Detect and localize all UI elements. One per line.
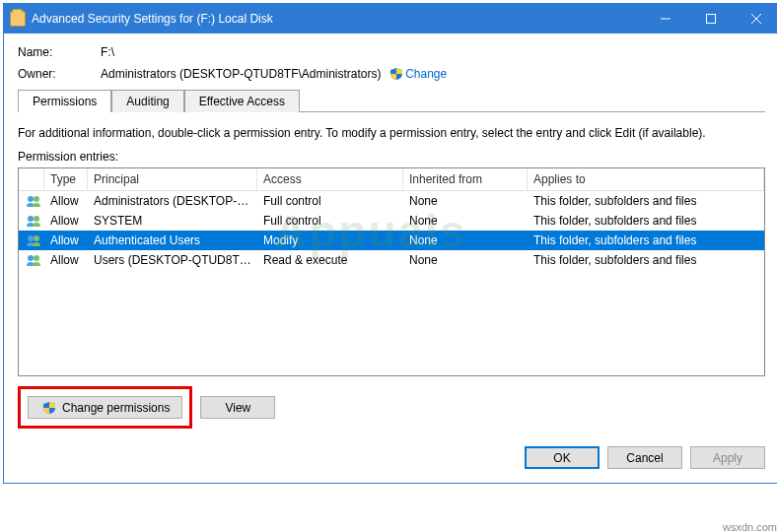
apply-button[interactable]: Apply xyxy=(690,446,765,469)
cell-type: Allow xyxy=(44,253,88,267)
change-permissions-highlight: Change permissions xyxy=(18,386,192,429)
tab-permissions[interactable]: Permissions xyxy=(18,90,111,112)
name-value: F:\ xyxy=(101,45,114,59)
cell-applies: This folder, subfolders and files xyxy=(528,214,764,228)
folder-icon xyxy=(10,11,26,27)
entries-label: Permission entries: xyxy=(18,150,765,164)
ok-label: OK xyxy=(553,451,570,465)
svg-point-7 xyxy=(34,216,39,222)
cell-applies: This folder, subfolders and files xyxy=(528,194,764,208)
tab-auditing[interactable]: Auditing xyxy=(111,90,183,112)
cell-inherited: None xyxy=(403,194,528,208)
cell-access: Modify xyxy=(257,233,403,247)
cancel-button[interactable]: Cancel xyxy=(607,446,682,469)
security-settings-window: Advanced Security Settings for (F:) Loca… xyxy=(3,3,777,484)
svg-point-5 xyxy=(34,196,39,202)
svg-point-10 xyxy=(28,255,34,261)
cell-applies: This folder, subfolders and files xyxy=(528,253,764,267)
table-row[interactable]: AllowAdministrators (DESKTOP-QT...Full c… xyxy=(19,191,764,211)
name-label: Name: xyxy=(18,45,101,59)
col-principal[interactable]: Principal xyxy=(88,168,257,190)
titlebar: Advanced Security Settings for (F:) Loca… xyxy=(4,4,777,33)
cell-principal: SYSTEM xyxy=(88,214,257,228)
cell-access: Full control xyxy=(257,194,403,208)
maximize-button[interactable] xyxy=(688,4,734,33)
cell-type: Allow xyxy=(44,194,88,208)
footer-url: wsxdn.com xyxy=(723,521,777,532)
cell-principal: Authenticated Users xyxy=(88,233,257,247)
shield-icon xyxy=(389,67,403,81)
cell-access: Full control xyxy=(257,214,403,228)
group-icon xyxy=(25,233,44,247)
group-icon xyxy=(25,194,44,208)
apply-label: Apply xyxy=(713,451,742,465)
tabs: Permissions Auditing Effective Access xyxy=(18,89,765,112)
group-icon xyxy=(25,253,44,267)
cell-principal: Users (DESKTOP-QTUD8TF\Us... xyxy=(88,253,257,267)
group-icon xyxy=(25,214,44,228)
svg-point-11 xyxy=(34,255,39,261)
cell-inherited: None xyxy=(403,253,528,267)
shield-icon xyxy=(42,401,56,415)
close-button[interactable] xyxy=(734,4,777,33)
view-label: View xyxy=(225,401,250,415)
table-row[interactable]: AllowAuthenticated UsersModifyNoneThis f… xyxy=(19,231,764,250)
svg-point-6 xyxy=(28,216,34,222)
svg-point-9 xyxy=(34,235,39,241)
cell-principal: Administrators (DESKTOP-QT... xyxy=(88,194,257,208)
change-permissions-button[interactable]: Change permissions xyxy=(28,396,182,419)
owner-label: Owner: xyxy=(18,67,101,81)
col-icon[interactable] xyxy=(19,168,44,190)
col-applies[interactable]: Applies to xyxy=(528,168,764,190)
cell-access: Read & execute xyxy=(257,253,403,267)
col-inherited[interactable]: Inherited from xyxy=(403,168,528,190)
view-button[interactable]: View xyxy=(200,396,275,419)
owner-value: Administrators (DESKTOP-QTUD8TF\Administ… xyxy=(101,67,382,81)
cancel-label: Cancel xyxy=(626,451,663,465)
col-type[interactable]: Type xyxy=(44,168,88,190)
col-access[interactable]: Access xyxy=(257,168,403,190)
ok-button[interactable]: OK xyxy=(525,446,600,469)
cell-applies: This folder, subfolders and files xyxy=(528,233,764,247)
cell-type: Allow xyxy=(44,233,88,247)
info-text: For additional information, double-click… xyxy=(18,126,765,140)
minimize-button[interactable] xyxy=(643,4,688,33)
svg-point-4 xyxy=(28,196,34,202)
table-row[interactable]: AllowSYSTEMFull controlNoneThis folder, … xyxy=(19,211,764,231)
cell-inherited: None xyxy=(403,233,528,247)
permission-list[interactable]: Type Principal Access Inherited from App… xyxy=(18,167,765,376)
footer-buttons: OK Cancel Apply xyxy=(18,446,765,469)
change-owner-link[interactable]: Change xyxy=(405,67,447,81)
svg-point-8 xyxy=(28,235,34,241)
cell-inherited: None xyxy=(403,214,528,228)
table-row[interactable]: AllowUsers (DESKTOP-QTUD8TF\Us...Read & … xyxy=(19,250,764,270)
change-permissions-label: Change permissions xyxy=(62,401,170,415)
cell-type: Allow xyxy=(44,214,88,228)
svg-rect-1 xyxy=(707,15,716,24)
list-header: Type Principal Access Inherited from App… xyxy=(19,168,764,191)
tab-effective-access[interactable]: Effective Access xyxy=(184,90,300,112)
window-title: Advanced Security Settings for (F:) Loca… xyxy=(32,12,643,26)
